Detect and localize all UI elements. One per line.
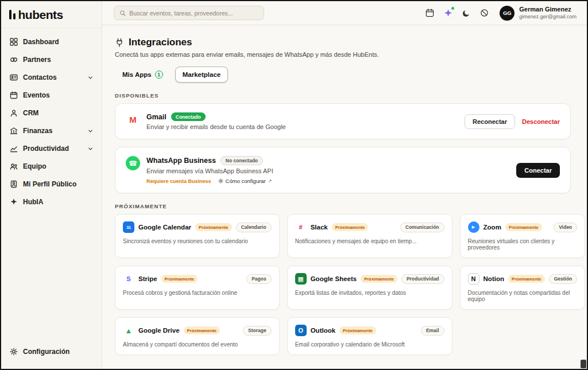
logo[interactable]: hubents <box>1 1 102 28</box>
category-tag: Email <box>421 326 444 336</box>
finance-bank-icon <box>10 127 18 135</box>
slack-icon: # <box>295 221 307 233</box>
app-card-google-calendar: 31 Google Calendar Próximamente Calendar… <box>115 214 280 258</box>
sidebar-item-label: Eventos <box>23 91 50 99</box>
crm-person-icon <box>10 109 18 117</box>
dashboard-icon <box>10 38 18 46</box>
sidebar-item-perfil-publico[interactable]: Mi Perfil Público <box>3 176 99 192</box>
dark-mode-moon-icon[interactable] <box>462 9 470 17</box>
connect-button[interactable]: Conectar <box>516 163 560 178</box>
gmail-icon: M <box>126 112 140 127</box>
plug-icon <box>115 38 124 47</box>
coming-soon-badge: Próximamente <box>161 275 198 283</box>
integration-name: Gmail <box>146 113 167 121</box>
google-calendar-icon: 31 <box>123 221 134 233</box>
category-tag: Storage <box>243 326 272 336</box>
sidebar-item-eventos[interactable]: Eventos <box>3 87 99 103</box>
gear-icon <box>10 348 18 356</box>
search-input[interactable] <box>129 10 258 17</box>
sidebar-item-label: CRM <box>23 109 38 117</box>
how-to-configure-link[interactable]: Cómo configurar ↗ <box>218 178 272 184</box>
app-card-stripe: S Stripe Próximamente Pagos Procesá cobr… <box>115 266 280 310</box>
contacts-icon <box>10 73 18 81</box>
coming-soon-badge: Próximamente <box>339 326 376 334</box>
sidebar-footer: Configuración <box>1 338 102 369</box>
zoom-icon: ▶ <box>468 221 479 233</box>
gear-icon <box>218 178 223 184</box>
notifications-sparkle-icon[interactable] <box>444 9 452 17</box>
app-card-slack: # Slack Próximamente Comunicación Notifi… <box>287 214 452 258</box>
app-name: Google Drive <box>138 327 180 334</box>
sidebar-item-dashboard[interactable]: Dashboard <box>3 34 99 50</box>
app-card-google-drive: ▲ Google Drive Próximamente Storage Alma… <box>115 317 280 355</box>
chevron-down-icon <box>88 128 93 134</box>
app-description: Procesá cobros y gestioná facturación on… <box>123 290 272 296</box>
stripe-icon: S <box>123 273 134 285</box>
sidebar-item-crm[interactable]: CRM <box>3 105 99 121</box>
app-name: Stripe <box>138 275 157 282</box>
integration-card-whatsapp: ☎ WhatsApp Business No conectado Enviar … <box>115 147 571 193</box>
app-card-notion: N Notion Próximamente Gestión Documentac… <box>460 266 586 310</box>
coming-soon-badge: Próximamente <box>195 223 232 231</box>
search-box[interactable] <box>114 6 264 20</box>
user-name: German Gimenez <box>519 6 577 14</box>
coming-soon-badge: Próximamente <box>505 223 542 231</box>
sparkle-icon <box>10 198 18 206</box>
sidebar-item-hubia[interactable]: HubIA <box>3 194 99 210</box>
sidebar-item-productividad[interactable]: Productividad <box>3 141 99 157</box>
app-name: Outlook <box>311 327 335 334</box>
category-tag: Productividad <box>401 274 444 284</box>
tab-mis-apps[interactable]: Mis Apps 1 <box>115 67 171 83</box>
app-card-zoom: ▶ Zoom Próximamente Video Reuniones virt… <box>460 214 586 258</box>
app-name: Slack <box>311 224 328 231</box>
app-description: Almacená y compartí documentos del event… <box>123 341 272 348</box>
circle-slash-icon[interactable] <box>480 9 489 17</box>
app-window: hubents Dashboard Partners Contactos Eve… <box>1 1 587 369</box>
app-description: Email corporativo y calendario de Micros… <box>295 341 444 348</box>
productivity-chart-icon <box>10 145 18 153</box>
calendar-icon[interactable] <box>425 9 434 17</box>
app-card-google-sheets: ▦ Google Sheets Próximamente Productivid… <box>287 266 452 310</box>
app-description: Notificaciones y mensajes de equipo en t… <box>295 238 444 244</box>
app-card-outlook: O Outlook Próximamente Email Email corpo… <box>287 317 452 355</box>
app-description: Sincronizá eventos y reuniones con tu ca… <box>123 238 272 244</box>
integration-description: Enviar mensajes vía WhatsApp Business AP… <box>146 168 508 174</box>
outlook-icon: O <box>295 325 307 336</box>
sidebar-item-configuracion[interactable]: Configuración <box>3 344 99 360</box>
sidebar-item-partners[interactable]: Partners <box>3 52 99 68</box>
sidebar-item-label: Finanzas <box>23 127 52 135</box>
logo-text: hubents <box>18 9 63 21</box>
whatsapp-icon: ☎ <box>126 156 140 170</box>
scrollbar-thumb[interactable] <box>581 360 586 368</box>
search-icon <box>119 10 126 17</box>
section-heading-disponibles: DISPONIBLES <box>115 92 571 99</box>
sidebar-item-label: HubIA <box>23 198 43 206</box>
user-menu[interactable]: GG German Gimenez gimenez.ger@gmail.com <box>500 6 577 21</box>
app-description: Documentación y notas compartidas del eq… <box>468 290 578 302</box>
sidebar-item-finanzas[interactable]: Finanzas <box>3 123 99 139</box>
category-tag: Calendario <box>236 223 272 232</box>
sidebar-item-label: Equipo <box>23 162 47 170</box>
mis-apps-count-badge: 1 <box>155 71 163 79</box>
app-name: Google Sheets <box>311 275 357 282</box>
status-badge-connected: Conectado <box>171 112 206 121</box>
disconnect-button[interactable]: Desconectar <box>522 118 560 125</box>
sidebar-item-equipo[interactable]: Equipo <box>3 158 99 174</box>
coming-soon-badge: Próximamente <box>184 326 220 334</box>
logo-mark-icon <box>9 10 16 21</box>
page-title: Integraciones <box>129 37 192 48</box>
sidebar-nav: Dashboard Partners Contactos Eventos CRM <box>1 28 102 216</box>
requires-business-note: Requiere cuenta Business <box>146 178 211 184</box>
reconnect-button[interactable]: Reconectar <box>465 114 515 129</box>
sidebar-item-label: Contactos <box>23 73 57 81</box>
app-name: Notion <box>483 275 504 282</box>
integration-card-gmail: M Gmail Conectado Enviar y recibir email… <box>115 103 571 139</box>
sidebar-item-contactos[interactable]: Contactos <box>3 69 99 85</box>
tab-marketplace[interactable]: Marketplace <box>175 67 228 83</box>
main-content: Integraciones Conectá tus apps externas … <box>102 25 587 369</box>
sidebar-item-label: Mi Perfil Público <box>23 180 76 188</box>
tabs: Mis Apps 1 Marketplace <box>115 67 571 83</box>
chevron-down-icon <box>88 146 93 151</box>
notion-icon: N <box>468 273 479 285</box>
coming-soon-grid: 31 Google Calendar Próximamente Calendar… <box>115 214 571 355</box>
